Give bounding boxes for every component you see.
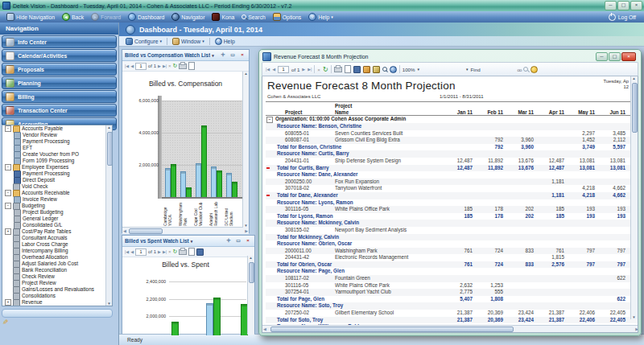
feedback-icon[interactable] <box>530 66 538 73</box>
first-page-icon[interactable]: |◀ <box>266 67 270 72</box>
scroll-thumb[interactable] <box>129 228 163 234</box>
pencil-icon[interactable]: ✎ <box>2 318 9 327</box>
refresh-icon[interactable]: ↻ <box>173 248 178 255</box>
tree-item-accounts-receivable[interactable]: −Accounts Receivable <box>2 190 112 196</box>
page-setup-icon[interactable] <box>345 65 351 73</box>
nav-section-info-center[interactable]: Info Center <box>2 35 117 48</box>
first-page-icon[interactable]: |◀ <box>125 64 129 68</box>
bar-compensation-walshingham-park[interactable] <box>186 187 192 197</box>
prev-page-icon[interactable]: ◀ <box>130 249 134 254</box>
tree-item-check-review[interactable]: Check Review <box>2 273 112 280</box>
help-button[interactable]: ? Help ▾ <box>305 12 336 22</box>
nav-collapsed-bar[interactable] <box>2 309 113 318</box>
page-setup-icon[interactable] <box>188 248 195 256</box>
window-minimize-button[interactable]: ─ <box>596 52 608 61</box>
last-page-icon[interactable]: ▶| <box>163 249 167 254</box>
book-icon[interactable] <box>353 66 361 73</box>
zoom-icon[interactable] <box>382 67 387 72</box>
zoom-dropdown-arrow[interactable]: ▾ <box>418 67 420 72</box>
help-icon[interactable] <box>390 66 397 73</box>
scroll-up-icon[interactable]: ▲ <box>106 125 112 129</box>
chart-vscrollbar[interactable]: ▲ <box>247 256 254 335</box>
scroll-thumb[interactable] <box>107 132 113 166</box>
table-row-resource[interactable]: Resource Name: Lyons, Ramon <box>266 199 638 207</box>
table-row-total[interactable]: Total for Soto, Troy21,38720,36923,42421… <box>266 317 638 324</box>
report-vscrollbar[interactable]: ▲ ▼ <box>630 76 638 319</box>
print-icon[interactable] <box>334 67 342 72</box>
page-setup-icon[interactable] <box>188 62 195 70</box>
chart-hscrollbar[interactable]: ◀ ▶ <box>122 227 249 234</box>
bar-billed-walshingham-park[interactable] <box>180 171 186 197</box>
tree-expander-plus-icon[interactable]: + <box>5 299 11 306</box>
bar-compensation-adelphi-research-lab[interactable] <box>217 170 222 197</box>
panel-maximize-icon[interactable]: ▭ <box>234 237 242 245</box>
last-page-icon[interactable]: ▶| <box>308 67 312 72</box>
tree-item-direct-deposit[interactable]: Direct Deposit <box>2 177 112 183</box>
log-off-button[interactable]: Log Off <box>609 14 641 21</box>
panel-close-icon[interactable]: × <box>244 237 252 245</box>
last-page-icon[interactable]: ▶| <box>163 64 167 68</box>
tree-item-general-ledger[interactable]: General Ledger <box>2 216 112 222</box>
scroll-thumb[interactable] <box>632 83 638 133</box>
tree-item-overhead-allocation[interactable]: Overhead Allocation <box>2 254 112 261</box>
table-row-resource[interactable]: Resource Name: Obrien, Oscar <box>266 240 638 248</box>
scroll-thumb[interactable] <box>249 262 254 283</box>
table-row-resource[interactable]: Resource Name: Dane, Alexander <box>266 171 638 179</box>
stop-icon[interactable]: × <box>168 249 171 254</box>
bar-billed-dc-united-stadium[interactable] <box>226 173 232 197</box>
table-row-total[interactable]: Total for Page, Glen5,4071,8086223,263 <box>266 296 638 303</box>
search-next-icon[interactable] <box>523 67 528 72</box>
tree-expander-plus-icon[interactable]: + <box>5 228 11 235</box>
nav-tree-scrollbar[interactable]: ▲ ▼ <box>105 125 112 306</box>
export-icon[interactable] <box>363 66 370 73</box>
hide-navigation-button[interactable]: Hide Navigation <box>3 12 58 22</box>
bar-billed-cape-cod-vacation-club[interactable] <box>196 163 201 197</box>
nav-section-planning[interactable]: Planning <box>2 76 117 89</box>
tree-item-cost-pay-rate-tables[interactable]: +Cost/Pay Rate Tables <box>2 228 112 235</box>
panel-header[interactable]: Billed vs Compensation Watch List ▾ ✛ ▭ … <box>122 50 249 61</box>
tree-item-vendor-review[interactable]: Vendor Review <box>2 132 112 138</box>
table-row-total[interactable]: Total for Lyons, Ramon185178202185193193… <box>266 213 638 220</box>
table-row-total[interactable]: Total for Dane, Alexander1,1814,2184,662… <box>266 192 638 199</box>
report-window-titlebar[interactable]: Revenue Forecast 8 Month Projection ─ ▢ … <box>262 51 638 62</box>
help-menu[interactable]: ? Help <box>212 38 238 45</box>
tree-item-create-voucher-from-po[interactable]: Create Voucher from PO <box>2 151 112 158</box>
panel-close-icon[interactable]: × <box>238 51 246 60</box>
table-row-detail[interactable]: 2000250.00Fox Run Expansion1,181 <box>266 179 638 186</box>
table-row-total[interactable]: Total for Mckinney, Calvin <box>266 234 638 241</box>
tree-expander-minus-icon[interactable]: − <box>5 190 11 196</box>
refresh-icon[interactable]: ↻ <box>173 63 178 69</box>
table-row-resource[interactable]: Resource Name: Page, Glen <box>266 268 638 275</box>
book-icon[interactable] <box>196 248 204 256</box>
tree-item-labor-cross-charge[interactable]: Labor Cross Charge <box>2 241 112 248</box>
tree-item-bank-reconciliation[interactable]: Bank Reconciliation <box>2 267 112 273</box>
tree-item-accounts-payable[interactable]: −Accounts Payable <box>2 125 112 132</box>
nav-section-transaction-center[interactable]: Transaction Center <box>2 104 117 117</box>
table-row-detail[interactable]: 204431-42Electronic Records Management1,… <box>266 254 638 261</box>
tree-item-eft[interactable]: EFT <box>2 145 112 151</box>
nav-section-proposals[interactable]: Proposals <box>2 63 117 76</box>
chart-vscrollbar[interactable]: ▲ ▼ <box>242 72 249 228</box>
bar-compensation-cambridge-ymca[interactable] <box>171 164 176 197</box>
bar-compensation-dc-united-stadium[interactable] <box>232 182 237 197</box>
binoculars-icon[interactable]: oo <box>518 67 522 72</box>
tree-item-project-budgeting[interactable]: Project Budgeting <box>2 209 112 216</box>
panel-pin-icon[interactable]: ✛ <box>225 237 233 245</box>
table-row-total[interactable]: Total for Obrien, Oscar7617248332,576797… <box>266 261 638 269</box>
tree-item-consolidated-g-l[interactable]: Consolidated G/L <box>2 222 112 228</box>
prev-page-icon[interactable]: ◀ <box>130 64 134 68</box>
dashboard-button[interactable]: Dashboard <box>125 12 167 22</box>
tree-item-consultant-accruals[interactable]: Consultant Accruals <box>2 235 112 241</box>
search-button[interactable]: Search <box>238 12 269 22</box>
kona-button[interactable]: Kona <box>208 12 237 22</box>
bar-spent-3[interactable] <box>213 298 221 335</box>
scroll-up-icon[interactable]: ▲ <box>248 256 254 260</box>
page-number-box[interactable]: 1 <box>135 63 147 70</box>
tree-item-gains-losses-and-revaluations[interactable]: Gains/Losses and Revaluations <box>2 286 112 293</box>
print-icon[interactable] <box>179 64 187 69</box>
table-row-detail[interactable]: 301116-05White Plains Office Park1851782… <box>266 206 638 213</box>
bar-compensation-cape-cod-vacation-club[interactable] <box>201 125 207 197</box>
table-row-resource[interactable]: Resource Name: Benson, Christine <box>266 123 638 130</box>
navigator-button[interactable]: Navigator <box>168 12 208 22</box>
window-restore-button[interactable]: ▢ <box>609 52 621 61</box>
